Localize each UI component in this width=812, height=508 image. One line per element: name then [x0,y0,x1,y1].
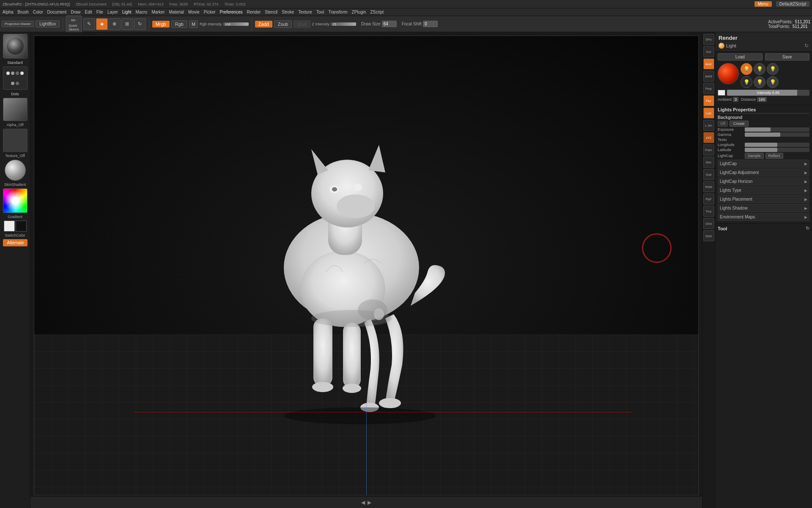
scroll-icon[interactable]: Scrl [703,46,714,57]
lightcap-collapsible[interactable]: LightCap ▶ [718,160,809,168]
zsub-button[interactable]: Zsub [274,20,292,28]
menu-material[interactable]: Material [169,10,184,14]
viewport[interactable] [34,36,699,495]
polyf-icon[interactable]: PlyF [703,193,714,204]
menu-button[interactable]: Menu [754,1,772,7]
menu-stencil[interactable]: Stencil [265,10,277,14]
canvas-area[interactable]: ◀ ▶ [30,32,702,508]
save-button[interactable]: Save [765,53,810,61]
longitude-bar[interactable] [745,143,809,147]
menu-color[interactable]: Color [33,10,43,14]
mrgb-button[interactable]: Mrgb [152,21,170,28]
local-icon[interactable]: Locl [703,108,714,119]
alternate-button[interactable]: Alternate [3,239,27,246]
focal-shift-input[interactable] [423,21,438,27]
lightcap-horizon-collapsible[interactable]: LightCap Horizon ▶ [718,177,809,185]
menu-draw[interactable]: Draw [71,10,80,14]
light-btn-5[interactable]: 💡 [754,76,765,88]
scale-tool-icon[interactable]: ⊞ [121,18,133,30]
ghost-icon[interactable]: Ghst [703,218,714,229]
menu-document[interactable]: Document [47,10,67,14]
move-tool-icon[interactable]: ⊕ [109,18,121,30]
exposure-bar[interactable] [745,127,809,132]
tool-refresh-icon[interactable]: ↻ [806,226,809,231]
spix-icon[interactable]: SPix [703,34,714,45]
render-refresh-button[interactable]: ↻ [804,43,809,49]
menu-alpha[interactable]: Alpha [3,10,14,14]
menu-edit[interactable]: Edit [85,10,92,14]
zadd-button[interactable]: Zadd [255,21,272,28]
brush-preview[interactable] [3,34,27,58]
rotate-icon-r[interactable]: Rotat [703,181,714,192]
acor-icon[interactable]: Acor [703,58,714,69]
lightcap-adjustment-collapsible[interactable]: LightCap Adjustment ▶ [718,168,809,177]
light-sphere-preview[interactable] [718,63,739,84]
frame-icon[interactable]: Fram [703,144,714,155]
menu-zscript[interactable]: ZScript [370,10,384,14]
menu-marker[interactable]: Marker [151,10,165,14]
ambient-value[interactable]: 3 [733,97,738,102]
menu-stroke[interactable]: Stroke [282,10,294,14]
menu-layer[interactable]: Layer [107,10,118,14]
sample-button[interactable]: Sample [745,153,764,159]
foreground-color[interactable] [4,221,15,232]
floor-icon[interactable]: Flor [703,95,714,106]
draw-tool-icon[interactable]: ◈ [96,18,108,30]
rotate-tool-icon[interactable]: ↻ [134,18,146,30]
load-button[interactable]: Load [718,53,763,61]
quick-sketch-button[interactable]: ✏ QuickSketch [66,16,81,33]
scale-icon-r[interactable]: Scal [703,169,714,180]
edit-tool-icon[interactable]: ✎ [83,18,95,30]
light-btn-2[interactable]: 💡 [754,63,765,75]
z-intensity-slider[interactable]: 25 [331,22,356,26]
projection-master-button[interactable]: Projection Master [2,21,34,28]
material-sphere[interactable] [5,160,26,181]
lights-type-collapsible[interactable]: Lights Type ▶ [718,186,809,194]
menu-light[interactable]: Light [122,10,132,14]
alpha-preview[interactable] [3,98,27,121]
draw-size-input[interactable] [382,21,397,27]
color-picker[interactable] [3,188,27,213]
light-btn-1[interactable]: 💡 [741,63,752,75]
zcut-button[interactable]: Zcut [294,20,310,28]
bottom-right-arrow[interactable]: ▶ [368,500,371,505]
background-color[interactable] [16,221,27,232]
lights-placement-collapsible[interactable]: Lights Placement ▶ [718,195,809,203]
menu-preferences[interactable]: Preferences [220,10,243,14]
menu-texture[interactable]: Texture [298,10,312,14]
create-button[interactable]: Create [730,121,749,127]
gamma-bar[interactable] [745,133,809,137]
lightbox-button[interactable]: LightBox [36,20,60,28]
light-btn-3[interactable]: 💡 [767,63,779,75]
reflect-button[interactable]: Reflect [765,153,783,159]
xyz-icon[interactable]: xYZ [703,132,714,143]
transp-icon[interactable]: Trns [703,206,714,217]
menu-zplugin[interactable]: ZPlugin [352,10,366,14]
aahalf-icon[interactable]: AAHf [703,71,714,82]
light-btn-6[interactable]: 💡 [767,76,779,88]
bottom-left-arrow[interactable]: ◀ [361,500,365,505]
lsym-icon[interactable]: L.Sm [703,120,714,131]
menu-picker[interactable]: Picker [204,10,216,14]
menu-tool[interactable]: Tool [316,10,324,14]
m-button[interactable]: M [189,20,198,28]
menu-movie[interactable]: Movie [188,10,200,14]
menu-transform[interactable]: Transform [328,10,347,14]
light-color-swatch[interactable] [718,90,725,96]
xpose-icon[interactable]: Xpse [703,230,714,241]
lights-shadow-collapsible[interactable]: Lights Shadow ▶ [718,204,809,212]
environment-maps-collapsible[interactable]: Environment Maps ▶ [718,213,809,221]
rgb-button[interactable]: Rgb [171,20,187,28]
rgb-intensity-slider[interactable]: 100 [223,22,249,26]
light-btn-4[interactable]: 💡 [741,76,752,88]
intensity-bar[interactable]: Intensity 0.85 [727,90,809,96]
move-icon[interactable]: Mov [703,157,714,168]
off-toggle[interactable]: Off [718,121,728,127]
menu-render[interactable]: Render [247,10,261,14]
menu-file[interactable]: File [96,10,103,14]
default-zscript-button[interactable]: DefaultZScript [776,1,809,7]
texture-preview[interactable] [3,129,27,152]
latitude-bar[interactable] [745,148,809,152]
menu-macro[interactable]: Macro [136,10,148,14]
distance-value[interactable]: 160 [757,97,767,102]
